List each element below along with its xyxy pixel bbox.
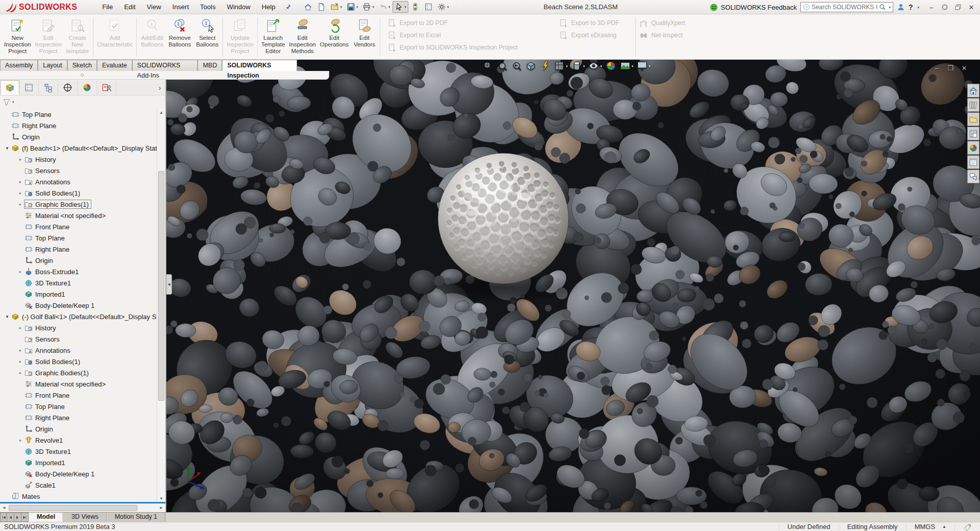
- viewport-3d[interactable]: ▾▾▾▾▾ –❐✕ ◀: [166, 60, 980, 512]
- dropdown-caret-icon[interactable]: ▾: [632, 64, 634, 68]
- doc-tab-nav-first-button[interactable]: [0, 513, 7, 522]
- tree-item-graphic-bodies-1-[interactable]: ▸Graphic Bodies(1): [0, 199, 157, 210]
- select-cursor-button[interactable]: ▾: [393, 1, 408, 13]
- vertical-scroll-thumb[interactable]: [158, 171, 164, 401]
- status-tag-icon[interactable]: [954, 523, 980, 531]
- horizontal-scroll-thumb[interactable]: [9, 505, 137, 511]
- section-view-button[interactable]: [525, 60, 537, 71]
- doc-restore-button[interactable]: ❐: [946, 64, 955, 72]
- ribbon-button-launch-template-editor[interactable]: Launch Template Editor: [259, 16, 287, 55]
- apply-scene-button[interactable]: ▾: [619, 60, 634, 71]
- tree-item-sensors[interactable]: Sensors: [0, 165, 157, 176]
- menu-window[interactable]: Window: [221, 0, 256, 14]
- taskpane-file-explorer-button[interactable]: [967, 112, 979, 126]
- view-options-button[interactable]: [422, 1, 435, 13]
- taskpane-custom-properties-button[interactable]: [967, 155, 979, 169]
- taskpane-view-palette-button[interactable]: [967, 127, 979, 140]
- panel-tab-dimxpert-manager[interactable]: [58, 80, 78, 95]
- tree-item-origin[interactable]: Origin: [0, 423, 157, 435]
- dropdown-caret-icon[interactable]: ▾: [340, 5, 342, 9]
- tree-expander-icon[interactable]: ▸: [16, 179, 24, 184]
- tree-expander-icon[interactable]: ▸: [16, 202, 24, 207]
- tree-expander-icon[interactable]: ▾: [3, 146, 11, 151]
- menu-insert[interactable]: Insert: [167, 0, 195, 14]
- zoom-to-area-button[interactable]: [496, 60, 508, 71]
- tab-assembly[interactable]: Assembly: [0, 60, 38, 71]
- ribbon-link-export-to-3d-pdf[interactable]: Export to 3D PDF: [559, 18, 632, 28]
- scroll-right-arrow[interactable]: ►: [157, 504, 165, 512]
- ribbon-link-export-to-2d-pdf[interactable]: Export to 2D PDF: [388, 18, 512, 28]
- minimize-button[interactable]: –: [925, 0, 938, 14]
- tree-item-material-not-specified-[interactable]: Material <not specified>: [0, 378, 157, 390]
- settings-gear-button[interactable]: ▾: [435, 1, 451, 13]
- tree-expander-icon[interactable]: ▸: [16, 438, 24, 443]
- tree-item-solid-bodies-1-[interactable]: ▸Solid Bodies(1): [0, 356, 157, 367]
- view-settings-button[interactable]: ▾: [636, 60, 651, 71]
- panel-tabs-overflow-arrow[interactable]: ›: [154, 80, 165, 95]
- previous-view-button[interactable]: [510, 60, 523, 71]
- doc-tab-3d-views[interactable]: 3D Views: [63, 513, 107, 522]
- ribbon-button-update-inspection-project[interactable]: Update Inspection Project: [225, 16, 255, 55]
- help-dropdown-caret[interactable]: ▾: [917, 6, 919, 9]
- dropdown-caret-icon[interactable]: ▾: [372, 5, 374, 9]
- tree-item-right-plane[interactable]: Right Plane: [0, 412, 157, 423]
- tree-item-mates[interactable]: Mates: [0, 491, 157, 502]
- tree-item-history[interactable]: ▸History: [0, 322, 157, 333]
- ribbon-link-export-to-solidworks-inspection-project[interactable]: Export to SOLIDWORKS Inspection Project: [388, 43, 512, 52]
- panel-collapse-handle[interactable]: ◀: [166, 274, 172, 295]
- panel-tab-feature-manager-tree[interactable]: [0, 80, 19, 95]
- tree-expander-icon[interactable]: ▾: [3, 314, 11, 319]
- rebuild-traffic-light-button[interactable]: [409, 1, 422, 13]
- tree-item-origin[interactable]: Origin: [0, 255, 157, 266]
- tree-expander-icon[interactable]: ▸: [16, 190, 24, 196]
- ribbon-button-edit-inspection-project[interactable]: Edit Inspection Project: [33, 16, 63, 55]
- tree-expander-icon[interactable]: ▸: [16, 325, 24, 330]
- ribbon-button-add-edit-balloons[interactable]: 1Add/Edit Balloons: [138, 16, 166, 49]
- undo-button[interactable]: ▾: [377, 1, 393, 13]
- home-button[interactable]: [302, 1, 314, 13]
- help-button[interactable]: ?: [909, 3, 913, 11]
- display-style-button[interactable]: ▾: [571, 60, 586, 71]
- search-input[interactable]: [812, 4, 877, 11]
- dropdown-caret-icon[interactable]: ▾: [388, 5, 390, 9]
- tree-item-3d-texture1[interactable]: 3D Texture1: [0, 277, 157, 288]
- tree-item-right-plane[interactable]: Right Plane: [0, 244, 157, 255]
- tree-item-graphic-bodies-1-[interactable]: ▸Graphic Bodies(1): [0, 367, 157, 378]
- tab-solidworks-inspection[interactable]: SOLIDWORKS Inspection: [222, 60, 297, 71]
- filter-funnel-icon[interactable]: [3, 98, 11, 106]
- menu-help[interactable]: Help: [256, 0, 281, 14]
- tree-item-imported1[interactable]: Imported1: [0, 288, 157, 300]
- dropdown-caret-icon[interactable]: ▾: [566, 64, 568, 68]
- tree-item-3d-texture1[interactable]: 3D Texture1: [0, 446, 157, 457]
- tree-item-origin[interactable]: Origin: [0, 131, 157, 142]
- scroll-left-arrow[interactable]: ◄: [0, 504, 8, 512]
- save-button[interactable]: ▾: [345, 1, 360, 13]
- dropdown-caret-icon[interactable]: ▾: [649, 64, 651, 68]
- scroll-down-arrow[interactable]: ▼: [157, 495, 165, 502]
- panel-tab-inspection-manager[interactable]: [97, 80, 116, 95]
- tab-layout[interactable]: Layout: [38, 60, 67, 71]
- view-orientation-button[interactable]: ▾: [553, 60, 569, 71]
- doc-tab-nav-prev-button[interactable]: [7, 513, 14, 522]
- hide-show-items-button[interactable]: ▾: [587, 60, 603, 71]
- new-document-button[interactable]: [315, 1, 328, 13]
- taskpane-appearances-scenes-button[interactable]: [967, 141, 979, 155]
- ribbon-button-edit-vendors[interactable]: Edit Vendors: [351, 16, 378, 49]
- dropdown-caret-icon[interactable]: ▾: [600, 64, 602, 68]
- tree-expander-icon[interactable]: ▸: [16, 359, 24, 364]
- panel-tab-display-manager[interactable]: [78, 80, 97, 95]
- tab-solidworks-add-ins[interactable]: SOLIDWORKS Add-Ins: [132, 60, 198, 71]
- windows-button[interactable]: [951, 0, 965, 14]
- taskpane-design-library-button[interactable]: [967, 98, 979, 112]
- tree-item-revolve1[interactable]: ▸Revolve1: [0, 435, 157, 446]
- tree-item-top-plane[interactable]: Top Plane: [0, 109, 157, 120]
- ribbon-link-export-to-excel[interactable]: XExport to Excel: [388, 31, 512, 40]
- login-user-icon[interactable]: [897, 3, 905, 11]
- ribbon-button-remove-balloons[interactable]: 1Remove Balloons: [166, 16, 193, 49]
- tree-vertical-scrollbar[interactable]: ▲ ▼: [157, 109, 165, 502]
- ribbon-link-export-edrawing[interactable]: Export eDrawing: [559, 31, 632, 40]
- dropdown-caret-icon[interactable]: ▾: [447, 5, 449, 9]
- open-button[interactable]: ▾: [328, 1, 344, 13]
- print-button[interactable]: ▾: [360, 1, 376, 13]
- tree-item-boss-extrude1[interactable]: ▸Boss-Extrude1: [0, 266, 157, 277]
